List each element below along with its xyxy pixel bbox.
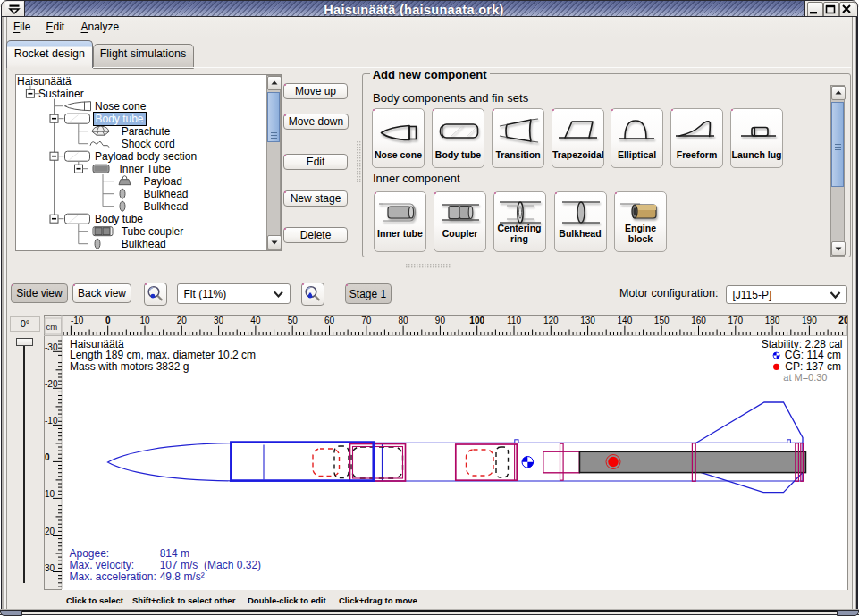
svg-text:at M=0.30: at M=0.30 (783, 372, 827, 383)
svg-text:30: 30 (214, 316, 224, 325)
svg-text:110: 110 (507, 316, 521, 325)
svg-text:180: 180 (765, 316, 780, 325)
svg-text:49.8 m/s²: 49.8 m/s² (160, 570, 205, 583)
svg-text:CP: 137 cm: CP: 137 cm (785, 360, 841, 373)
svg-text:30: 30 (45, 563, 55, 573)
svg-text:150: 150 (654, 316, 670, 325)
svg-text:50: 50 (288, 316, 299, 325)
svg-text:80: 80 (399, 316, 409, 325)
svg-text:40: 40 (250, 316, 261, 325)
svg-text:20: 20 (177, 316, 188, 325)
svg-text:-30: -30 (45, 342, 58, 352)
svg-text:-10: -10 (45, 416, 58, 426)
svg-text:Max. acceleration:: Max. acceleration: (70, 570, 156, 583)
svg-text:cm: cm (46, 322, 58, 332)
svg-text:70: 70 (361, 316, 372, 325)
svg-text:190: 190 (802, 316, 817, 325)
svg-text:170: 170 (728, 316, 743, 325)
svg-text:-10: -10 (71, 316, 84, 325)
svg-text:90: 90 (435, 316, 446, 325)
svg-text:0: 0 (105, 316, 111, 325)
svg-text:100: 100 (469, 316, 484, 325)
svg-text:10: 10 (139, 316, 150, 325)
svg-text:Mass with motors 3832 g: Mass with motors 3832 g (70, 360, 189, 373)
svg-text:0: 0 (45, 452, 50, 462)
svg-text:-20: -20 (45, 379, 58, 389)
svg-text:160: 160 (691, 316, 706, 325)
svg-text:120: 120 (543, 316, 559, 325)
svg-text:20: 20 (45, 527, 55, 536)
svg-text:200: 200 (838, 316, 847, 325)
svg-text:10: 10 (45, 489, 55, 499)
svg-text:60: 60 (324, 316, 335, 325)
svg-text:140: 140 (618, 316, 633, 325)
svg-text:130: 130 (580, 316, 595, 325)
